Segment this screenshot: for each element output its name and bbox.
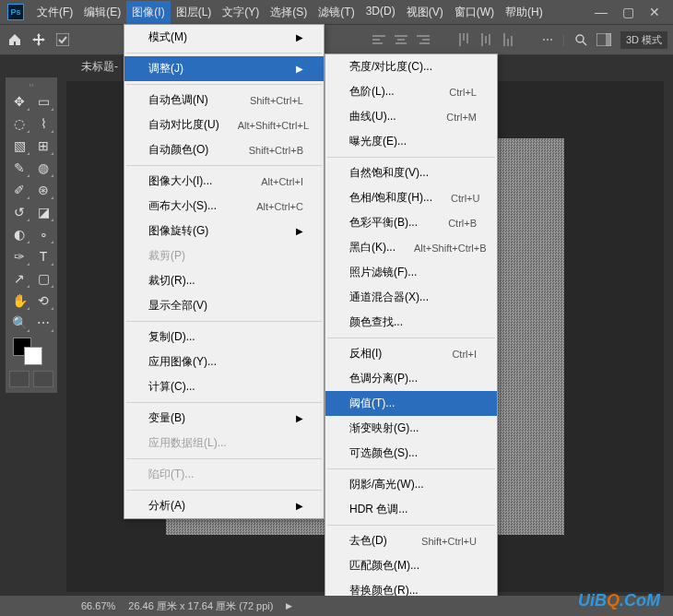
move-tool-icon[interactable] [30, 30, 48, 49]
panel-grip-icon[interactable]: ›› [7, 81, 55, 90]
color-swatches[interactable] [7, 334, 55, 369]
adjust-menu-item-3[interactable]: 曝光度(E)... [325, 129, 497, 154]
lasso-tool[interactable]: ⌇ [31, 113, 55, 135]
edit-tool[interactable]: ⋯ [31, 312, 55, 334]
path-tool[interactable]: ↗ [7, 267, 31, 290]
menu-帮助[interactable]: 帮助(H) [500, 1, 549, 24]
checkbox-icon[interactable] [53, 30, 72, 49]
menu-3d[interactable]: 3D(D) [360, 1, 401, 24]
image-menu-separator [126, 321, 322, 322]
image-menu-item-2[interactable]: 调整(J)▶ [124, 56, 324, 81]
rect-tool[interactable]: ▢ [31, 267, 55, 290]
align-bottom-icon[interactable] [502, 33, 514, 46]
align-center-h-icon[interactable] [395, 33, 407, 46]
brush-tool[interactable]: ✐ [7, 179, 31, 201]
document-tab[interactable]: 未标题- [81, 59, 118, 75]
shortcut-text: Ctrl+U [451, 193, 479, 204]
image-menu-item-6[interactable]: 自动颜色(O)Shift+Ctrl+B [124, 137, 324, 162]
image-menu-item-17[interactable]: 计算(C)... [124, 374, 324, 399]
align-left-icon[interactable] [372, 33, 385, 46]
stamp-tool[interactable]: ⊛ [31, 179, 55, 201]
quickmask-button[interactable] [9, 371, 30, 387]
crop-tool[interactable]: ▧ [7, 135, 31, 157]
image-menu-item-5[interactable]: 自动对比度(U)Alt+Shift+Ctrl+L [124, 113, 324, 137]
search-icon[interactable] [574, 33, 587, 46]
align-top-icon[interactable] [457, 33, 470, 46]
maximize-button[interactable]: ▢ [622, 5, 634, 19]
menu-选择[interactable]: 选择(S) [265, 1, 313, 24]
eraser-tool[interactable]: ◪ [31, 201, 55, 223]
image-menu-item-19[interactable]: 变量(B)▶ [124, 406, 324, 431]
screenmode-button[interactable] [33, 371, 53, 387]
adjust-menu-item-2[interactable]: 曲线(U)...Ctrl+M [325, 104, 497, 129]
background-swatch[interactable] [24, 347, 42, 365]
marquee-tool[interactable]: ◌ [7, 113, 31, 135]
adjust-menu-item-17[interactable]: 可选颜色(S)... [325, 441, 497, 466]
image-menu-item-24[interactable]: 分析(A)▶ [124, 493, 324, 518]
move-tool[interactable]: ✥ [7, 90, 31, 113]
image-menu-item-12[interactable]: 裁切(R)... [124, 268, 324, 293]
image-menu-item-label: 自动对比度(U) [148, 117, 219, 133]
adjust-menu-item-6[interactable]: 色相/饱和度(H)...Ctrl+U [325, 185, 497, 210]
eyedropper-tool[interactable]: ✎ [7, 157, 31, 179]
adjust-menu-item-7[interactable]: 色彩平衡(B)...Ctrl+B [325, 210, 497, 235]
image-menu-item-9[interactable]: 画布大小(S)...Alt+Ctrl+C [124, 194, 324, 219]
adjust-menu-item-20[interactable]: HDR 色调... [325, 497, 497, 522]
adjust-menu-item-19[interactable]: 阴影/高光(W)... [325, 472, 497, 497]
menu-文件[interactable]: 文件(F) [31, 1, 78, 24]
adjust-menu-item-14[interactable]: 色调分离(P)... [325, 366, 497, 391]
image-menu-item-13[interactable]: 显示全部(V) [124, 293, 324, 318]
rotate-tool[interactable]: ⟲ [31, 290, 55, 312]
svg-rect-18 [511, 36, 513, 46]
adjust-menu-item-11[interactable]: 颜色查找... [325, 310, 497, 335]
image-menu-item-label: 画布大小(S)... [148, 198, 238, 214]
history-tool[interactable]: ↺ [7, 201, 31, 223]
workspace-icon[interactable] [596, 33, 611, 46]
pen-tool[interactable]: ✑ [7, 245, 31, 267]
gradient-tool[interactable]: ◐ [7, 223, 31, 245]
close-button[interactable]: ✕ [649, 5, 660, 19]
adjust-menu-item-8[interactable]: 黑白(K)...Alt+Shift+Ctrl+B [325, 235, 497, 260]
menu-文字[interactable]: 文字(Y) [217, 1, 265, 24]
adjust-menu-item-1[interactable]: 色阶(L)...Ctrl+L [325, 79, 497, 104]
menu-图像[interactable]: 图像(I) [126, 1, 170, 24]
menu-编辑[interactable]: 编辑(E) [78, 1, 126, 24]
adjust-menu-item-0[interactable]: 亮度/对比度(C)... [325, 54, 497, 79]
align-middle-icon[interactable] [479, 33, 492, 46]
3d-mode-dropdown[interactable]: 3D 模式 [620, 31, 667, 49]
adjust-menu-item-9[interactable]: 照片滤镜(F)... [325, 260, 497, 285]
artboard-tool[interactable]: ▭ [31, 90, 55, 113]
type-tool[interactable]: T [31, 245, 55, 267]
window-controls: — ▢ ✕ [595, 5, 666, 19]
distribute-h-icon[interactable]: ⋯ [542, 33, 553, 46]
adjust-menu-item-15[interactable]: 阈值(T)... [325, 391, 497, 416]
menu-窗口[interactable]: 窗口(W) [449, 1, 500, 24]
adjust-menu-item-16[interactable]: 渐变映射(G)... [325, 416, 497, 441]
frame-tool[interactable]: ⊞ [31, 135, 55, 157]
image-menu-item-4[interactable]: 自动色调(N)Shift+Ctrl+L [124, 88, 324, 113]
hand-tool[interactable]: ✋ [7, 290, 31, 312]
align-right-icon[interactable] [417, 33, 430, 46]
home-icon[interactable] [6, 30, 24, 49]
adjust-menu-item-22[interactable]: 去色(D)Shift+Ctrl+U [325, 528, 497, 553]
image-menu-item-10[interactable]: 图像旋转(G)▶ [124, 219, 324, 243]
blur-tool[interactable]: ∘ [31, 223, 55, 245]
adjust-menu-item-5[interactable]: 自然饱和度(V)... [325, 160, 497, 185]
adjust-menu-item-10[interactable]: 通道混合器(X)... [325, 285, 497, 310]
menu-图层[interactable]: 图层(L) [171, 1, 218, 24]
image-menu-separator [126, 458, 322, 459]
image-menu-item-15[interactable]: 复制(D)... [124, 325, 324, 349]
image-menu-item-8[interactable]: 图像大小(I)...Alt+Ctrl+I [124, 169, 324, 194]
zoom-level[interactable]: 66.67% [81, 600, 115, 611]
zoom-tool[interactable]: 🔍 [7, 312, 31, 334]
patch-tool[interactable]: ◍ [31, 157, 55, 179]
menu-滤镜[interactable]: 滤镜(T) [313, 1, 360, 24]
adjust-menu-item-23[interactable]: 匹配颜色(M)... [325, 553, 497, 578]
minimize-button[interactable]: — [595, 5, 608, 19]
adjust-menu-item-13[interactable]: 反相(I)Ctrl+I [325, 341, 497, 366]
svg-rect-16 [503, 33, 505, 46]
menu-视图[interactable]: 视图(V) [401, 1, 449, 24]
image-menu-item-22: 陷印(T)... [124, 462, 324, 487]
image-menu-item-16[interactable]: 应用图像(Y)... [124, 349, 324, 374]
image-menu-item-0[interactable]: 模式(M)▶ [124, 25, 324, 50]
